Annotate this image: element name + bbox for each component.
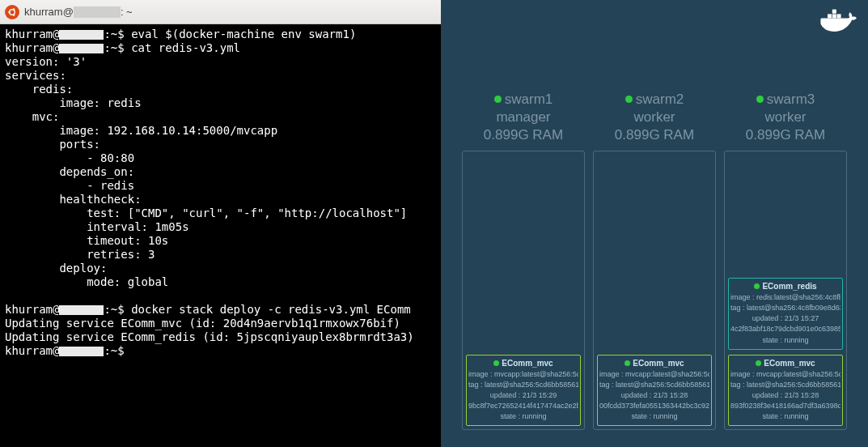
terminal-line: - 80:80	[5, 151, 436, 165]
task-state: state : running	[730, 335, 840, 346]
prompt-host-mask	[59, 305, 104, 315]
status-dot-icon	[493, 360, 499, 366]
task-name-text: EComm_mvc	[633, 359, 684, 368]
prompt-user: khurram@	[5, 28, 59, 40]
terminal-line: mvc:	[5, 110, 436, 124]
task-name: EComm_redis	[730, 281, 840, 293]
terminal-line: interval: 1m05s	[5, 220, 436, 234]
swarm-visualizer: swarm1manager0.899G RAMEComm_mvcimage : …	[441, 0, 868, 447]
task-card[interactable]: EComm_redisimage : redis:latest@sha256:4…	[728, 278, 843, 350]
task-tag: tag : latest@sha256:5cd6bb5856132	[468, 380, 578, 390]
task-image: image : mvcapp:latest@sha256:5cd6	[468, 369, 578, 380]
terminal-line: deploy:	[5, 262, 436, 275]
task-updated: updated : 21/3 15:28	[730, 390, 840, 401]
task-state: state : running	[730, 411, 840, 422]
task-id: 893f0238f3e418166ad7df3a6398db	[730, 401, 840, 411]
node-column: swarm1manager0.899G RAMEComm_mvcimage : …	[462, 91, 585, 430]
node-body: EComm_mvcimage : mvcapp:latest@sha256:5c…	[462, 151, 585, 430]
node-body: EComm_redisimage : redis:latest@sha256:4…	[724, 151, 847, 430]
terminal-line: timeout: 10s	[5, 234, 436, 248]
node-name-text: swarm3	[767, 92, 815, 107]
node-header: swarm1manager0.899G RAM	[462, 91, 585, 144]
node-ram: 0.899G RAM	[593, 126, 716, 144]
docker-icon	[819, 5, 857, 37]
terminal-line: redis:	[5, 83, 436, 96]
node-role: manager	[462, 109, 585, 126]
svg-rect-10	[832, 10, 836, 14]
terminal-line	[5, 289, 436, 303]
task-image: image : redis:latest@sha256:4c8fb05	[730, 292, 840, 303]
task-image: image : mvcapp:latest@sha256:5cd6	[730, 369, 840, 380]
status-dot-icon	[625, 360, 630, 366]
terminal-line: mode: global	[5, 275, 436, 289]
node-name: swarm2	[593, 91, 716, 109]
prompt-suffix: :~$	[104, 41, 131, 54]
task-image: image : mvcapp:latest@sha256:5cd6	[599, 369, 709, 380]
node-name: swarm3	[724, 91, 847, 109]
task-state: state : running	[599, 411, 709, 422]
terminal-titlebar: khurram@: ~	[0, 0, 441, 24]
node-name: swarm1	[462, 91, 585, 109]
status-dot-icon	[754, 283, 760, 289]
terminal-window: khurram@: ~ khurram@:~$ eval $(docker-ma…	[0, 0, 441, 447]
status-dot-icon	[756, 360, 761, 366]
terminal-line: khurram@:~$ docker stack deploy -c redis…	[5, 303, 436, 317]
prompt-host-mask	[59, 347, 104, 356]
task-card[interactable]: EComm_mvcimage : mvcapp:latest@sha256:5c…	[728, 355, 843, 427]
node-role: worker	[593, 109, 716, 126]
node-ram: 0.899G RAM	[462, 126, 585, 144]
node-body: EComm_mvcimage : mvcapp:latest@sha256:5c…	[593, 151, 716, 430]
task-tag: tag : latest@sha256:4c8fb09e8d634a	[730, 303, 840, 313]
node-column: swarm3worker0.899G RAMEComm_redisimage :…	[724, 91, 847, 430]
task-name-text: EComm_mvc	[502, 359, 553, 368]
node-column: swarm2worker0.899G RAMEComm_mvcimage : m…	[593, 91, 716, 430]
task-name-text: EComm_mvc	[764, 359, 815, 368]
task-id: 9bc8f7ec72652414f417474ac2e2bf6	[468, 401, 578, 411]
node-ram: 0.899G RAM	[724, 126, 847, 144]
terminal-line: version: '3'	[5, 55, 436, 69]
terminal-line: ports:	[5, 138, 436, 151]
prompt-command[interactable]: cat redis-v3.yml	[131, 41, 240, 54]
terminal-line: Updating service EComm_mvc (id: 20d4n9ae…	[5, 317, 436, 330]
prompt-suffix: :~$	[104, 28, 131, 40]
prompt-user: khurram@	[5, 344, 59, 357]
node-role: worker	[724, 109, 847, 126]
task-updated: updated : 21/3 15:27	[730, 313, 840, 324]
task-name: EComm_mvc	[468, 358, 578, 370]
task-tag: tag : latest@sha256:5cd6bb5856132	[730, 380, 840, 390]
terminal-line: retries: 3	[5, 248, 436, 262]
terminal-line: services:	[5, 69, 436, 83]
terminal-line: - redis	[5, 179, 436, 193]
task-updated: updated : 21/3 15:29	[468, 390, 578, 401]
terminal-body[interactable]: khurram@:~$ eval $(docker-machine env sw…	[0, 24, 441, 447]
task-card[interactable]: EComm_mvcimage : mvcapp:latest@sha256:5c…	[466, 355, 581, 427]
prompt-user: khurram@	[5, 41, 59, 54]
terminal-title: khurram@: ~	[24, 6, 133, 18]
prompt-suffix: :~$	[104, 344, 131, 357]
terminal-line: khurram@:~$ eval $(docker-machine env sw…	[5, 28, 436, 41]
terminal-line: depends_on:	[5, 165, 436, 179]
task-tag: tag : latest@sha256:5cd6bb5856132	[599, 380, 709, 390]
task-id: 00fcdd373fefa0551363442bc3c9263	[599, 401, 709, 411]
node-name-text: swarm2	[636, 92, 684, 107]
terminal-line: healthcheck:	[5, 193, 436, 206]
task-name: EComm_mvc	[599, 358, 709, 370]
prompt-suffix: :~$	[104, 303, 131, 316]
task-id: 4c2f83abf18c79dcbd901e0c6398578	[730, 324, 840, 334]
terminal-line: image: redis	[5, 96, 436, 110]
terminal-line: khurram@:~$ cat redis-v3.yml	[5, 41, 436, 55]
prompt-host-mask	[59, 30, 104, 40]
nodes-row: swarm1manager0.899G RAMEComm_mvcimage : …	[441, 91, 868, 430]
prompt-command[interactable]: eval $(docker-machine env swarm1)	[131, 28, 356, 40]
task-card[interactable]: EComm_mvcimage : mvcapp:latest@sha256:5c…	[597, 355, 712, 427]
svg-rect-9	[837, 14, 841, 18]
terminal-line: test: ["CMD", "curl", "-f", "http://loca…	[5, 206, 436, 220]
prompt-command[interactable]: docker stack deploy -c redis-v3.yml ECom…	[131, 303, 411, 316]
status-dot-icon	[625, 96, 633, 103]
node-header: swarm2worker0.899G RAM	[593, 91, 716, 144]
task-updated: updated : 21/3 15:28	[599, 390, 709, 401]
terminal-line: Updating service EComm_redis (id: 5jpscq…	[5, 330, 436, 344]
task-state: state : running	[468, 411, 578, 422]
terminal-line: khurram@:~$	[5, 344, 436, 358]
terminal-line: image: 192.168.10.14:5000/mvcapp	[5, 124, 436, 138]
